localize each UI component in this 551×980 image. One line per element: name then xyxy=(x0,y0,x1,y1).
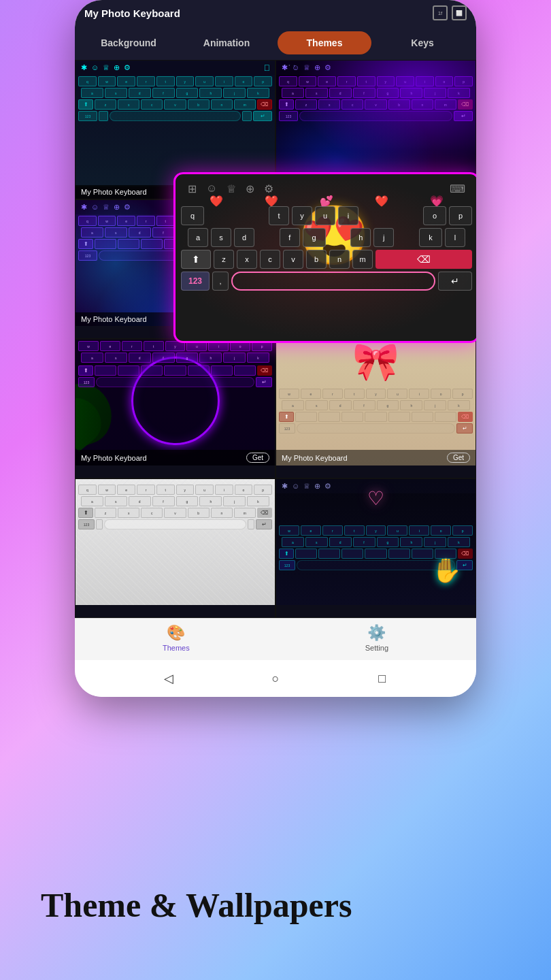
tab-keys[interactable]: Keys xyxy=(375,31,469,54)
emoji-key-n[interactable]: n xyxy=(329,250,350,269)
theme-gift[interactable]: 🎀 w e r t y u i o p xyxy=(276,339,476,478)
emoji-toolbar: ⊞ ☺ ♕ ⊕ ⚙ ⌨ xyxy=(181,180,472,199)
emoji-key-m[interactable]: m xyxy=(352,250,373,269)
theme-silver-glitter[interactable]: q w e r t y u i o p a xyxy=(75,478,276,618)
themes-nav-icon: 🎨 xyxy=(167,624,185,642)
theme-gift-get-btn[interactable]: Get xyxy=(447,453,470,463)
emoji-enter-key[interactable]: ↵ xyxy=(438,272,472,291)
theme-gift-label: My Photo Keyboard Get xyxy=(276,450,475,466)
emoji-globe-icon[interactable]: ⊕ xyxy=(246,182,254,195)
nav-item-themes[interactable]: 🎨 Themes xyxy=(163,624,190,652)
emoji-key-l[interactable]: l xyxy=(445,228,465,247)
emoji-gear-icon[interactable]: ⚙ xyxy=(264,182,273,195)
phone-container: My Photo Keyboard 1f ⬜ Background Animat… xyxy=(75,0,476,697)
emoji-key-c[interactable]: c xyxy=(260,250,280,269)
notification-icon: 1f xyxy=(433,5,448,20)
emoji-space-key[interactable] xyxy=(231,272,435,291)
emoji-keyboard-overlay[interactable]: ⊞ ☺ ♕ ⊕ ⚙ ⌨ ❤️❤️💕❤️💗 😍 q xyxy=(173,172,476,343)
emoji-smile-icon[interactable]: ☺ xyxy=(206,182,217,195)
app-titlebar: My Photo Keyboard 1f ⬜ xyxy=(75,0,476,26)
emoji-key-v[interactable]: v xyxy=(283,250,303,269)
emoji-key-s[interactable]: s xyxy=(211,228,231,247)
emoji-key-g[interactable]: g xyxy=(303,228,326,247)
emoji-key-x[interactable]: x xyxy=(237,250,257,269)
tab-animation[interactable]: Animation xyxy=(180,31,273,54)
window-icon: ⬜ xyxy=(452,5,467,20)
emoji-comma-key[interactable]: , xyxy=(212,272,229,291)
emoji-key-k[interactable]: k xyxy=(419,228,442,247)
nav-item-setting[interactable]: ⚙️ Setting xyxy=(365,624,388,652)
emoji-key-u[interactable]: u xyxy=(315,206,335,225)
tab-bar: Background Animation Themes Keys xyxy=(75,26,476,60)
emoji-key-b[interactable]: b xyxy=(306,250,327,269)
emoji-keys-area: q t y u i o p a xyxy=(181,206,472,336)
android-nav: ◁ ○ □ xyxy=(75,660,476,697)
emoji-grid-icon[interactable]: ⊞ xyxy=(188,182,197,195)
emoji-key-o[interactable]: o xyxy=(423,206,446,225)
tab-background[interactable]: Background xyxy=(82,31,176,54)
emoji-key-p[interactable]: p xyxy=(449,206,472,225)
theme-neon-tropical-get-btn[interactable]: Get xyxy=(246,453,269,463)
android-back-btn[interactable]: ◁ xyxy=(158,668,179,689)
emoji-key-q[interactable]: q xyxy=(181,206,204,225)
setting-nav-label: Setting xyxy=(365,644,388,652)
android-home-btn[interactable]: ○ xyxy=(265,668,286,689)
emoji-num-key[interactable]: 123 xyxy=(181,272,210,291)
emoji-key-t[interactable]: t xyxy=(269,206,289,225)
emoji-key-d[interactable]: d xyxy=(234,228,254,247)
themes-nav-label: Themes xyxy=(163,644,190,652)
emoji-crown-icon[interactable]: ♕ xyxy=(227,182,236,195)
app-title: My Photo Keyboard xyxy=(84,7,180,19)
emoji-shift-key[interactable]: ⬆ xyxy=(181,250,211,269)
emoji-keyboard-icon[interactable]: ⌨ xyxy=(450,182,465,195)
android-recent-btn[interactable]: □ xyxy=(372,668,393,689)
emoji-key-z[interactable]: z xyxy=(214,250,234,269)
keyboard-grid: ✱☺♕⊕⚙⎕ q w e r t y u i o xyxy=(75,60,476,618)
bottom-nav: 🎨 Themes ⚙️ Setting xyxy=(75,618,476,660)
theme-neon-tropical-label: My Photo Keyboard Get xyxy=(76,450,275,466)
theme-neon-tropical[interactable]: w e r t y u i o p a s xyxy=(75,339,276,478)
emoji-key-a[interactable]: a xyxy=(188,228,208,247)
promo-text: Theme & Wallpapers xyxy=(14,885,537,926)
tab-themes[interactable]: Themes xyxy=(278,31,371,54)
emoji-key-h[interactable]: h xyxy=(350,228,371,247)
theme-neon-heart[interactable]: ✱☺♕⊕⚙ ♡ ✋ w e r t y u i xyxy=(276,478,476,618)
emoji-key-j[interactable]: j xyxy=(373,228,394,247)
emoji-key-y[interactable]: y xyxy=(292,206,312,225)
setting-nav-icon: ⚙️ xyxy=(367,624,386,642)
emoji-delete-key[interactable]: ⌫ xyxy=(375,250,472,269)
emoji-key-i[interactable]: i xyxy=(338,206,358,225)
promo-section: Theme & Wallpapers xyxy=(0,871,551,939)
emoji-key-f[interactable]: f xyxy=(280,228,300,247)
